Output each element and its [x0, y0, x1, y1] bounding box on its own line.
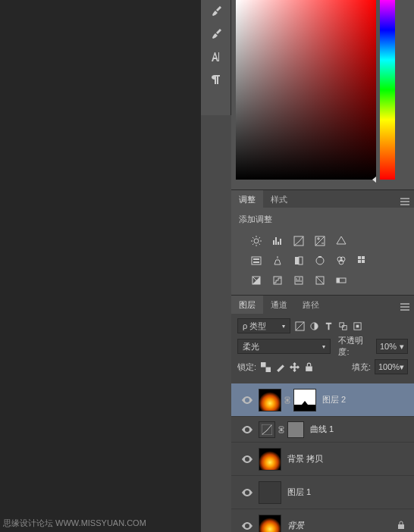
lock-transparent-icon[interactable]: [260, 361, 271, 372]
svg-rect-1: [400, 198, 409, 199]
filter-pixel-icon[interactable]: [294, 321, 305, 331]
hue-indicator: [372, 177, 376, 183]
visibility-icon[interactable]: [237, 426, 257, 433]
tab-paths[interactable]: 路径: [295, 296, 327, 314]
posterize-icon[interactable]: [271, 274, 284, 287]
history-brush-icon[interactable]: [201, 23, 231, 45]
hue-sat-icon[interactable]: [249, 254, 263, 268]
filter-adjustment-icon[interactable]: [309, 321, 319, 331]
svg-rect-11: [299, 257, 303, 264]
svg-rect-18: [362, 256, 365, 259]
adjustments-row-3: [239, 274, 406, 287]
visibility-icon[interactable]: [237, 455, 257, 463]
lock-position-icon[interactable]: [289, 361, 300, 372]
svg-rect-32: [342, 325, 347, 330]
filter-icons: [294, 321, 362, 331]
color-picker-saturation[interactable]: [236, 0, 376, 180]
levels-icon[interactable]: [271, 234, 284, 248]
opacity-label: 不透明度:: [338, 335, 372, 358]
filter-shape-icon[interactable]: [337, 321, 348, 331]
layer-name[interactable]: 背景: [287, 520, 304, 531]
svg-rect-0: [218, 52, 219, 61]
type-tool-icon[interactable]: [201, 45, 231, 68]
svg-rect-17: [358, 256, 361, 259]
fill-input[interactable]: 100%▾: [375, 359, 408, 374]
lock-icon: [397, 519, 405, 533]
svg-rect-31: [339, 322, 343, 327]
lock-row: 锁定: 填充: 100%▾: [237, 358, 408, 375]
channel-mixer-icon[interactable]: [334, 254, 348, 268]
layer-thumbnail[interactable]: [259, 515, 281, 533]
lock-all-icon[interactable]: [303, 361, 314, 372]
link-icon[interactable]: [284, 396, 291, 404]
layer-name[interactable]: 曲线 1: [310, 424, 334, 435]
layer-item[interactable]: 背景: [231, 509, 414, 532]
tab-styles[interactable]: 样式: [263, 190, 295, 208]
color-balance-icon[interactable]: [271, 254, 284, 268]
right-panels: 调整 样式 添加调整 图层 通道 路径: [231, 0, 414, 532]
filter-type-dropdown[interactable]: ρ 类型▾: [237, 318, 290, 333]
threshold-icon[interactable]: [292, 274, 306, 287]
layer-thumbnail[interactable]: [259, 448, 281, 471]
svg-rect-34: [356, 324, 359, 327]
visibility-icon[interactable]: [237, 522, 257, 530]
adjustments-body: 添加调整: [231, 208, 414, 295]
paragraph-icon[interactable]: [201, 68, 231, 91]
brush-tool-icon[interactable]: [201, 0, 231, 23]
visibility-icon[interactable]: [237, 489, 257, 496]
blend-row: 柔光▾ 不透明度: 10%▾: [237, 338, 408, 355]
layer-name[interactable]: 图层 1: [287, 487, 311, 498]
tool-dock: [201, 0, 231, 115]
svg-rect-3: [400, 204, 409, 205]
adjustments-row-1: [239, 234, 406, 248]
invert-icon[interactable]: [249, 274, 263, 287]
vibrance-icon[interactable]: [334, 234, 348, 248]
layer-thumbnail[interactable]: [259, 481, 281, 504]
layer-name[interactable]: 背景 拷贝: [287, 453, 323, 465]
adjustment-thumbnail[interactable]: [259, 421, 275, 438]
svg-rect-36: [265, 367, 271, 372]
link-icon[interactable]: [278, 426, 285, 433]
filter-type-icon[interactable]: [323, 321, 334, 331]
svg-rect-44: [281, 428, 282, 431]
canvas-area[interactable]: [0, 0, 201, 532]
selective-color-icon[interactable]: [313, 274, 327, 287]
svg-rect-19: [358, 260, 361, 263]
mask-thumbnail[interactable]: [287, 421, 304, 438]
exposure-icon[interactable]: [313, 234, 327, 248]
layer-list: 图层 2 曲线 1 背景 拷贝 图层 1 背景: [231, 383, 414, 532]
gradient-map-icon[interactable]: [334, 274, 348, 287]
adjustments-row-2: [239, 254, 406, 268]
panel-menu-icon[interactable]: [400, 195, 409, 208]
blend-mode-dropdown[interactable]: 柔光▾: [237, 339, 331, 354]
layers-menu-icon[interactable]: [400, 300, 409, 314]
layer-name[interactable]: 图层 2: [322, 394, 346, 405]
color-lookup-icon[interactable]: [356, 254, 369, 268]
bw-icon[interactable]: [292, 254, 306, 268]
curves-icon[interactable]: [292, 234, 306, 248]
tab-channels[interactable]: 通道: [263, 296, 295, 314]
layer-item[interactable]: 背景 拷贝: [231, 443, 414, 476]
layer-item[interactable]: 曲线 1: [231, 417, 414, 443]
lock-icons: [260, 361, 314, 372]
mask-thumbnail[interactable]: [293, 389, 316, 412]
tab-adjustments[interactable]: 调整: [231, 190, 263, 208]
hue-slider[interactable]: [380, 0, 395, 180]
color-panel: [231, 0, 414, 189]
visibility-icon[interactable]: [237, 396, 257, 404]
photo-filter-icon[interactable]: [313, 254, 327, 268]
layer-thumbnail[interactable]: [259, 389, 281, 412]
adjustments-title: 添加调整: [239, 214, 406, 225]
layer-item[interactable]: 图层 1: [231, 476, 414, 509]
svg-rect-26: [400, 303, 409, 305]
svg-rect-9: [253, 261, 259, 263]
svg-rect-35: [261, 362, 266, 368]
brightness-icon[interactable]: [249, 234, 263, 248]
filter-smart-icon[interactable]: [352, 321, 362, 331]
layer-item[interactable]: 图层 2: [231, 383, 414, 417]
adjustments-tabs: 调整 样式: [231, 189, 414, 208]
tab-layers[interactable]: 图层: [231, 296, 263, 314]
opacity-input[interactable]: 10%▾: [376, 339, 408, 354]
svg-point-4: [254, 239, 259, 243]
lock-pixels-icon[interactable]: [274, 361, 285, 372]
